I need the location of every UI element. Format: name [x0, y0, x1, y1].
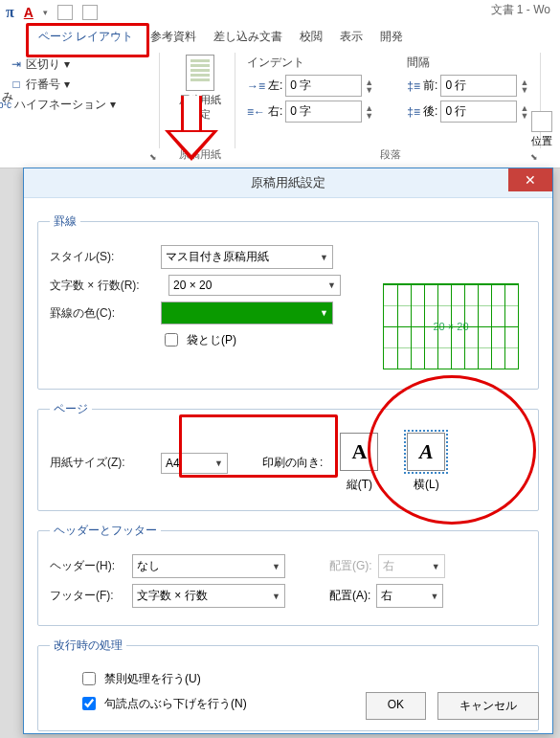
burasage-label: 句読点のぶら下げを行う(N): [104, 696, 247, 712]
rowscols-combo[interactable]: 20 × 20 ▼: [168, 275, 341, 296]
align-g-combo: 右 ▼: [378, 554, 445, 578]
spacing-after-input[interactable]: 0 行: [440, 101, 517, 123]
grid-legend: 罫線: [50, 213, 80, 230]
fukuro-check-input[interactable]: [165, 333, 178, 347]
qat-icon-1[interactable]: [57, 5, 73, 20]
ribbon: 文書 1 - Wo π A ▾ ページ レイアウト 参考資料 差し込み文書 校閲…: [0, 0, 560, 168]
hyphenation-label: ハイフネーション ▾: [14, 98, 115, 111]
grid-preview: 20 × 20: [383, 283, 519, 369]
genkou-group-label: 原稿用紙: [166, 147, 235, 162]
indent-left-icon: →≡: [247, 79, 265, 93]
style-combo[interactable]: マス目付き原稿用紙 ▼: [161, 245, 333, 269]
quick-access: π A ▾: [2, 0, 101, 25]
header-label: ヘッダー(H):: [50, 558, 126, 574]
header-combo[interactable]: なし ▼: [132, 554, 285, 578]
chevron-down-icon: ▼: [272, 592, 280, 601]
align-a-label: 配置(A):: [329, 588, 370, 604]
dialog-buttons: OK キャンセル: [366, 692, 539, 720]
spacing-before-icon: ‡≡: [407, 79, 420, 93]
linebreak-legend: 改行時の処理: [50, 637, 126, 654]
position-icon: [531, 111, 552, 132]
dialog-titlebar: 原稿用紙設定 ✕: [24, 168, 552, 198]
indent-right-icon: ≡←: [247, 105, 265, 119]
indent-right-spinner[interactable]: ▲▼: [365, 104, 378, 120]
indent-left-spinner[interactable]: ▲▼: [365, 78, 378, 94]
spacing-before-input[interactable]: 0 行: [440, 75, 517, 97]
landscape-label: 横(L): [407, 477, 445, 493]
header-value: なし: [137, 558, 160, 574]
dialog-title-text: 原稿用紙設定: [251, 174, 325, 191]
qat-icon-2[interactable]: [82, 5, 98, 20]
genkou-doc-icon: [186, 55, 214, 91]
fukuro-checkbox[interactable]: 袋とじ(P): [161, 330, 236, 349]
burasage-check-input[interactable]: [82, 697, 96, 710]
indent-header: インデント: [247, 55, 378, 71]
align-a-value: 右: [381, 588, 392, 604]
spacing-header: 間隔: [407, 55, 533, 71]
chevron-down-icon: ▼: [432, 562, 440, 571]
tab-page-layout[interactable]: ページ レイアウト: [38, 29, 133, 45]
paragraph-group: インデント →≡ 左: 0 字 ▲▼ ≡← 右: 0 字 ▲▼: [241, 53, 541, 148]
indent-left-input[interactable]: 0 字: [285, 75, 362, 97]
page-legend: ページ: [50, 401, 92, 417]
paragraph-launcher-icon[interactable]: ⬊: [530, 152, 538, 162]
breaks-icon: ⇥: [10, 57, 23, 71]
spacing-after-icon: ‡≡: [407, 105, 420, 119]
font-color-icon[interactable]: A: [24, 5, 34, 20]
ok-button[interactable]: OK: [366, 692, 426, 720]
page-setup-launcher-icon[interactable]: ⬊: [149, 152, 157, 162]
chevron-down-icon: ▼: [272, 562, 280, 571]
qat-dropdown-icon[interactable]: ▾: [43, 8, 48, 17]
kinsoku-check-input[interactable]: [82, 672, 96, 685]
indent-right-label: 右:: [268, 103, 282, 120]
spacing-before-spinner[interactable]: ▲▼: [520, 78, 533, 94]
tab-view[interactable]: 表示: [340, 29, 363, 45]
align-a-combo[interactable]: 右 ▼: [376, 584, 443, 608]
text-mi: み: [2, 87, 13, 107]
rowscols-label: 文字数 × 行数(R):: [50, 278, 163, 294]
grid-color-combo[interactable]: ▼: [161, 302, 333, 324]
line-numbers-button[interactable]: □ 行番号 ▾: [10, 75, 153, 95]
color-label: 罫線の色(C):: [50, 305, 155, 322]
position-button[interactable]: 位置: [527, 111, 556, 148]
orientation-portrait[interactable]: A 縦(T): [340, 433, 378, 493]
genkou-settings-dialog: 原稿用紙設定 ✕ 罫線 スタイル(S): マス目付き原稿用紙 ▼ 文字数 × 行…: [23, 168, 553, 734]
chevron-down-icon: ▼: [320, 308, 328, 318]
style-label: スタイル(S):: [50, 249, 155, 265]
footer-label: フッター(F):: [50, 588, 126, 604]
rowscols-value: 20 × 20: [173, 279, 212, 292]
genkou-group: 原稿用紙 設定 原稿用紙: [166, 53, 235, 148]
indent-left-label: 左:: [268, 78, 282, 94]
close-button[interactable]: ✕: [508, 168, 552, 191]
landscape-icon: A: [407, 433, 445, 471]
orientation-landscape[interactable]: A 横(L): [407, 433, 445, 493]
position-label: 位置: [527, 134, 556, 148]
tab-review[interactable]: 校閲: [300, 29, 323, 45]
genkou-label-1: 原稿用紙: [171, 93, 229, 107]
paper-size-value: A4: [166, 457, 180, 470]
tab-references[interactable]: 参考資料: [150, 29, 196, 45]
ribbon-body: み ⇥ 区切り ▾ □ 行番号 ▾ b¹c ハイフネーション ▾ ⬊ 原稿用紙 …: [0, 49, 560, 152]
chevron-down-icon: ▼: [320, 253, 328, 262]
tab-mailings[interactable]: 差し込み文書: [213, 29, 282, 45]
align-g-value: 右: [383, 558, 394, 574]
spacing-before-label: 前:: [423, 78, 437, 94]
grid-fieldset: 罫線 スタイル(S): マス目付き原稿用紙 ▼ 文字数 × 行数(R): 20 …: [37, 213, 539, 390]
hyphenation-button[interactable]: b¹c ハイフネーション ▾: [0, 95, 153, 115]
portrait-label: 縦(T): [340, 477, 378, 493]
breaks-button[interactable]: ⇥ 区切り ▾: [10, 55, 153, 75]
orientation-label: 印刷の向き:: [262, 455, 323, 471]
chevron-down-icon: ▼: [430, 592, 438, 601]
indent-right-input[interactable]: 0 字: [285, 101, 362, 123]
cancel-button[interactable]: キャンセル: [437, 692, 539, 720]
kinsoku-checkbox[interactable]: 禁則処理を行う(U): [78, 669, 201, 688]
paper-size-combo[interactable]: A4 ▼: [161, 453, 228, 474]
portrait-icon: A: [340, 433, 378, 471]
dialog-body: 罫線 スタイル(S): マス目付き原稿用紙 ▼ 文字数 × 行数(R): 20 …: [24, 198, 552, 738]
genkou-settings-button[interactable]: 原稿用紙 設定: [171, 55, 229, 122]
paragraph-group-label: 段落: [241, 147, 540, 162]
footer-combo[interactable]: 文字数 × 行数 ▼: [132, 584, 285, 608]
burasage-checkbox[interactable]: 句読点のぶら下げを行う(N): [78, 694, 247, 713]
tab-developer[interactable]: 開発: [380, 29, 403, 45]
equation-icon[interactable]: π: [6, 4, 14, 21]
